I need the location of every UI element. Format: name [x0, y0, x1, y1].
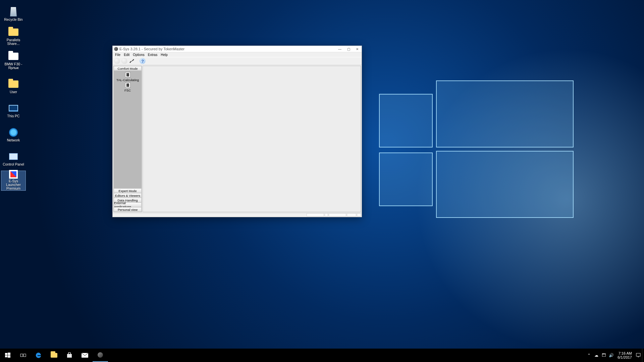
- menu-options[interactable]: Options: [131, 53, 146, 57]
- sidebar-item-label: FSC: [124, 88, 131, 92]
- notification-icon: [636, 353, 641, 358]
- store-icon: [66, 352, 72, 358]
- desktop-icon-control-panel[interactable]: Control Panel: [1, 147, 25, 166]
- taskbar-edge[interactable]: [31, 349, 46, 362]
- logo-pane: [436, 80, 574, 147]
- svg-point-1: [133, 59, 134, 60]
- desktop-icon-label: E-Sys Launcher Premium: [2, 179, 25, 190]
- tray-volume-icon[interactable]: 🔊: [607, 349, 615, 362]
- esys-window: E-Sys 3.28.1 - Secured by TokenMaster — …: [112, 46, 362, 217]
- app-icon: [114, 47, 118, 51]
- desktop-icon-label: User: [10, 90, 17, 94]
- mail-icon: [82, 353, 88, 358]
- folder-icon: [51, 353, 57, 358]
- desktop-icon-parallels-share[interactable]: Parallels Share...: [1, 26, 25, 46]
- menu-edit[interactable]: Edit: [122, 53, 131, 57]
- sidebar-item-tal-calculating[interactable]: TAL-Calculating: [114, 72, 142, 82]
- sidebar-header-expert-mode[interactable]: Expert Mode: [114, 188, 142, 193]
- desktop-icon-label: Network: [7, 138, 20, 142]
- logo-pane: [379, 153, 433, 206]
- logo-pane: [436, 151, 574, 218]
- svg-rect-7: [23, 354, 26, 357]
- sidebar: Comfort Mode TAL-Calculating FSC Expert …: [113, 66, 142, 212]
- action-center-button[interactable]: [635, 349, 642, 362]
- desktop-icon-label: This PC: [7, 114, 19, 118]
- desktop-icon-esys-launcher[interactable]: E-Sys Launcher Premium: [1, 171, 25, 190]
- taskbar-clock[interactable]: 7:16 AM 6/1/2017: [615, 351, 635, 359]
- sidebar-header-comfort-mode[interactable]: Comfort Mode: [114, 66, 142, 71]
- desktop-icon-bmw-f30[interactable]: BMW F30 - Ярлык: [1, 50, 25, 70]
- status-cell: [307, 213, 324, 217]
- taskbar-store[interactable]: [62, 349, 77, 362]
- clock-date: 6/1/2017: [618, 355, 632, 359]
- desktop-icon-network[interactable]: Network: [1, 123, 25, 142]
- desktop-icon-this-pc[interactable]: This PC: [1, 99, 25, 118]
- window-title: E-Sys 3.28.1 - Secured by TokenMaster: [119, 47, 335, 51]
- task-view-button[interactable]: [15, 349, 31, 362]
- edge-icon: [35, 352, 42, 359]
- main-content-area: [143, 66, 361, 212]
- status-cell: [357, 213, 361, 217]
- toolbar: ?: [113, 57, 362, 65]
- tray-network-icon[interactable]: 🗔: [600, 349, 607, 362]
- folder-icon: [8, 53, 18, 60]
- taskbar: ⌃ ☁ 🗔 🔊 7:16 AM 6/1/2017: [0, 349, 644, 362]
- svg-rect-2: [5, 353, 7, 355]
- windows-icon: [5, 353, 10, 358]
- desktop-icon-label: Parallels Share...: [2, 38, 25, 46]
- desktop-icon-label: Recycle Bin: [4, 18, 22, 21]
- sidebar-item-fsc[interactable]: FSC: [114, 82, 142, 92]
- svg-rect-4: [5, 355, 7, 357]
- menu-extras[interactable]: Extras: [146, 53, 159, 57]
- sidebar-header-personal-view[interactable]: Personal view: [114, 207, 142, 212]
- user-folder-icon: [8, 80, 18, 88]
- menu-file[interactable]: File: [113, 53, 122, 57]
- module-icon: [125, 72, 130, 77]
- svg-point-0: [130, 62, 131, 63]
- toolbar-disconnect-button: [121, 58, 127, 64]
- taskbar-esys-app[interactable]: [93, 349, 108, 362]
- menu-bar: File Edit Options Extras Help: [113, 52, 362, 57]
- logo-pane: [379, 94, 433, 147]
- svg-rect-6: [20, 354, 23, 357]
- taskbar-mail[interactable]: [77, 349, 93, 362]
- tray-onedrive-icon[interactable]: ☁: [593, 349, 600, 362]
- module-icon: [125, 82, 130, 88]
- status-cell: [325, 213, 328, 217]
- taskbar-file-explorer[interactable]: [46, 349, 62, 362]
- desktop-icons: Recycle Bin Parallels Share... BMW F30 -…: [1, 2, 28, 195]
- toolbar-connection-button[interactable]: [129, 58, 135, 64]
- titlebar[interactable]: E-Sys 3.28.1 - Secured by TokenMaster — …: [113, 46, 362, 52]
- desktop-icon-user[interactable]: User: [1, 74, 25, 94]
- minimize-button[interactable]: —: [335, 46, 344, 52]
- sidebar-header-external-applications[interactable]: External Applications: [114, 202, 142, 207]
- recycle-bin-icon: [10, 7, 17, 16]
- windows-logo-art: [379, 80, 574, 225]
- svg-rect-9: [636, 353, 640, 356]
- sidebar-content: TAL-Calculating FSC: [114, 71, 142, 188]
- svg-rect-5: [8, 355, 10, 358]
- status-cell: [329, 213, 346, 217]
- tray-chevron-up-icon[interactable]: ⌃: [585, 349, 593, 362]
- toolbar-help-button[interactable]: ?: [140, 58, 146, 64]
- toolbar-connect-button: [114, 58, 120, 64]
- menu-help[interactable]: Help: [159, 53, 169, 57]
- sidebar-header-editors-viewers[interactable]: Editors & Viewers: [114, 193, 142, 198]
- app-body: Comfort Mode TAL-Calculating FSC Expert …: [113, 65, 362, 213]
- svg-rect-3: [8, 353, 10, 355]
- task-view-icon: [20, 353, 26, 358]
- network-icon: [9, 128, 18, 137]
- close-button[interactable]: ✕: [353, 46, 362, 52]
- maximize-button[interactable]: ▢: [344, 46, 353, 52]
- esys-icon: [98, 352, 103, 358]
- desktop-icon-label: Control Panel: [3, 163, 24, 166]
- start-button[interactable]: [0, 349, 15, 362]
- show-desktop-button[interactable]: [642, 349, 644, 362]
- connection-icon: [129, 58, 135, 64]
- app-icon: [9, 170, 18, 179]
- sidebar-item-label: TAL-Calculating: [116, 78, 139, 82]
- desktop-icon-recycle-bin[interactable]: Recycle Bin: [1, 2, 25, 21]
- control-panel-icon: [9, 153, 18, 160]
- folder-icon: [8, 28, 18, 36]
- desktop-icon-label: BMW F30 - Ярлык: [2, 62, 25, 70]
